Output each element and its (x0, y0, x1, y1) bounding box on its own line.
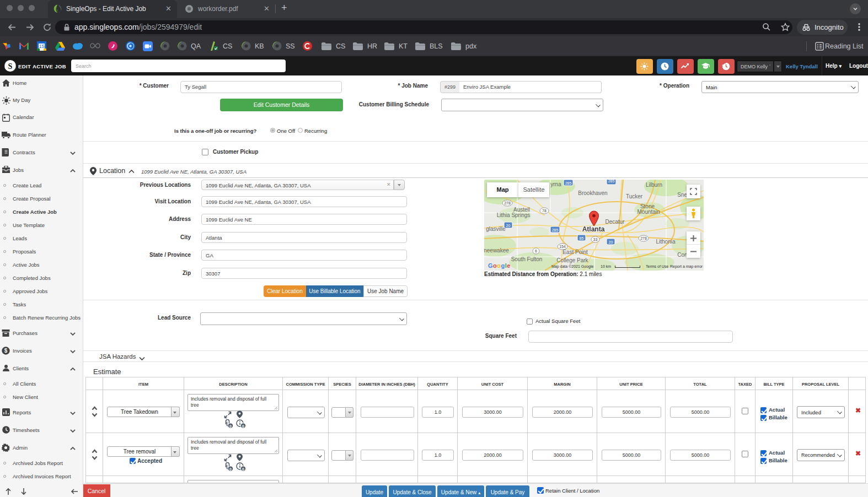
svg-text:78: 78 (542, 209, 546, 213)
svg-text:Mountain: Mountain (637, 209, 660, 215)
svg-text:Decatur: Decatur (605, 219, 625, 225)
svg-text:15: 15 (39, 44, 44, 49)
svg-text:285: 285 (608, 180, 615, 183)
svg-text:South Fulton: South Fulton (511, 256, 543, 262)
svg-text:Atlanta: Atlanta (582, 225, 605, 233)
svg-text:yrna: yrna (550, 181, 561, 187)
svg-text:278: 278 (504, 201, 511, 205)
svg-text:20: 20 (609, 240, 613, 244)
svg-text:6: 6 (535, 249, 537, 253)
svg-text:285: 285 (565, 181, 572, 185)
svg-text:Lithonia: Lithonia (656, 239, 675, 245)
svg-text:0: 0 (229, 424, 232, 428)
svg-text:278: 278 (640, 236, 647, 240)
svg-text:$: $ (4, 348, 8, 354)
svg-text:neewakee: neewakee (484, 247, 509, 253)
svg-text:0: 0 (242, 467, 244, 471)
svg-text:East Point: East Point (562, 249, 588, 255)
svg-text:Lithia Springs: Lithia Springs (497, 212, 531, 218)
svg-text:Lilburn: Lilburn (646, 182, 662, 188)
svg-text:285: 285 (552, 228, 559, 232)
svg-text:154: 154 (559, 245, 566, 248)
svg-text:S: S (8, 62, 13, 71)
svg-text:33: 33 (593, 237, 598, 241)
svg-text:Brookhaven: Brookhaven (578, 190, 607, 196)
svg-text:0: 0 (242, 424, 244, 428)
svg-text:College Park: College Park (556, 257, 588, 263)
svg-text:20: 20 (506, 224, 511, 228)
svg-text:85: 85 (580, 236, 584, 240)
svg-text:0: 0 (229, 467, 232, 471)
svg-text:glasville: glasville (486, 226, 506, 232)
svg-text:Tucker: Tucker (626, 193, 643, 199)
